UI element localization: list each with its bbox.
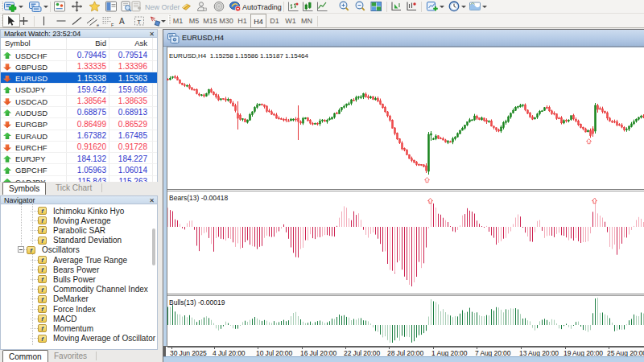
svg-text:F: F (111, 23, 114, 27)
svg-text:T: T (137, 19, 141, 26)
svg-text:e: e (97, 23, 99, 27)
